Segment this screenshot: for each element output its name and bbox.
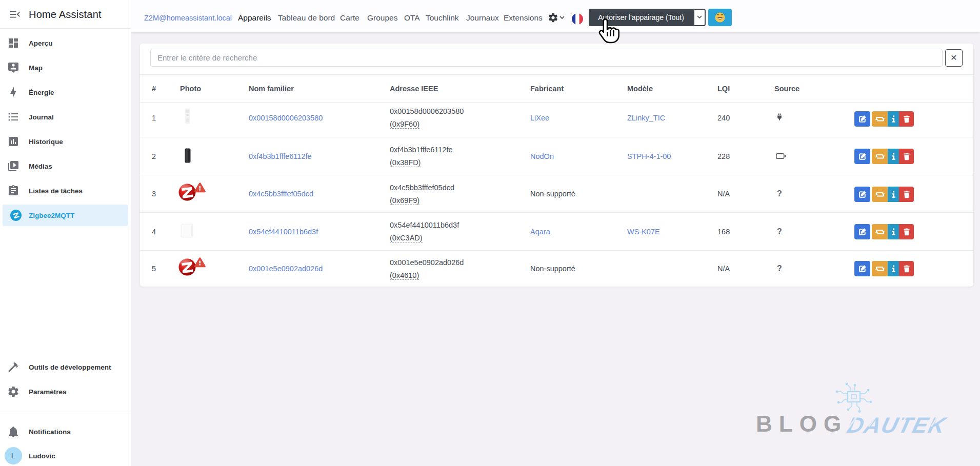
svg-text:DAUTEK: DAUTEK [845,413,950,437]
svg-text:BLOG: BLOG [756,411,848,436]
